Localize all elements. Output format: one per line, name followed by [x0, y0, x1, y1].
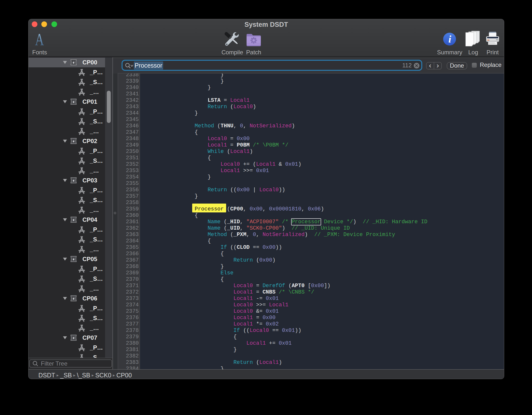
svg-text:A: A — [35, 32, 44, 47]
svg-text:i: i — [448, 33, 451, 45]
